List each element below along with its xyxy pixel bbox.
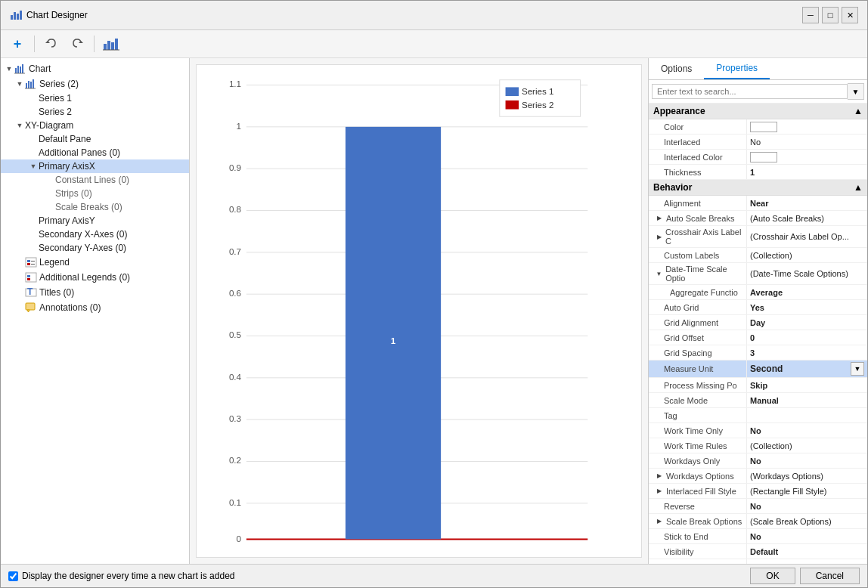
tree-label-titles: Titles (0) — [39, 287, 74, 298]
tree-item-additional-panes[interactable]: Additional Panes (0) — [1, 146, 189, 159]
svg-marker-32 — [27, 310, 29, 312]
tab-options[interactable]: Options — [649, 58, 704, 79]
tree-item-titles[interactable]: T Titles (0) — [1, 285, 189, 300]
prop-value-scale-mode: Manual — [747, 393, 867, 407]
prop-row-interlaced: Interlaced No — [649, 135, 867, 150]
ok-button[interactable]: OK — [750, 568, 795, 584]
tree-item-scale-breaks[interactable]: Scale Breaks (0) — [1, 200, 189, 214]
tree-label-chart: Chart — [29, 63, 51, 74]
tree-item-secondary-x[interactable]: Secondary X-Axes (0) — [1, 227, 189, 241]
status-bar: Display the designer every time a new ch… — [1, 564, 867, 587]
prop-value-color[interactable] — [747, 119, 867, 134]
expand-crosshair[interactable]: ▶ — [655, 232, 663, 241]
title-bar-left: Chart Designer — [10, 9, 88, 21]
tree-item-xy-diagram[interactable]: ▼ XY-Diagram — [1, 119, 189, 132]
prop-value-measure-unit[interactable]: Second ▼ — [747, 361, 867, 377]
prop-row-scale-mode: Scale Mode Manual — [649, 393, 867, 408]
tree-item-primary-axisy[interactable]: Primary AxisY — [1, 214, 189, 227]
additional-legends-icon — [25, 271, 37, 283]
tree-item-chart[interactable]: ▼ Chart — [1, 61, 189, 76]
prop-name-grid-offset: Grid Offset — [649, 330, 747, 345]
expand-datetime-scale[interactable]: ▼ — [655, 269, 663, 278]
prop-name-datetime-scale: ▼Date-Time Scale Optio — [649, 263, 747, 284]
prop-row-interlaced-fill: ▶Interlaced Fill Style (Rectangle Fill S… — [649, 484, 867, 499]
titles-tree-icon: T — [25, 286, 37, 299]
prop-row-auto-grid: Auto Grid Yes — [649, 300, 867, 315]
chart-view-button[interactable] — [101, 33, 122, 54]
tree-item-primary-axisx[interactable]: ▼ Primary AxisX — [1, 159, 189, 173]
tree-item-annotations[interactable]: Annotations (0) — [1, 300, 189, 315]
prop-name-process-missing: Process Missing Po — [649, 378, 747, 392]
toolbar-separator-1 — [34, 36, 35, 52]
svg-rect-6 — [104, 44, 107, 50]
expand-auto-scale-breaks[interactable]: ▶ — [655, 214, 664, 223]
prop-value-auto-scale-breaks: (Auto Scale Breaks) — [747, 211, 867, 225]
properties-search-input[interactable] — [652, 84, 848, 99]
color-swatch-color[interactable] — [750, 122, 777, 132]
minimize-button[interactable]: ─ — [802, 7, 819, 23]
prop-row-work-time-only: Work Time Only No — [649, 423, 867, 438]
cancel-button[interactable]: Cancel — [800, 568, 860, 584]
section-header-appearance: Appearance ▲ — [649, 104, 867, 119]
tree-item-strips[interactable]: Strips (0) — [1, 187, 189, 200]
color-swatch-interlaced[interactable] — [750, 152, 777, 162]
prop-name-alignment: Alignment — [649, 196, 747, 210]
tree-label-strips: Strips (0) — [55, 188, 92, 199]
tree-item-default-pane[interactable]: Default Pane — [1, 132, 189, 146]
properties-panel: Options Properties ▼ Appearance ▲ Color — [648, 58, 867, 564]
tree-item-legend[interactable]: Legend — [1, 255, 189, 270]
main-content: ▼ Chart ▼ — [1, 58, 867, 564]
tree-item-constant-lines[interactable]: Constant Lines (0) — [1, 173, 189, 187]
prop-name-thickness: Thickness — [649, 165, 747, 179]
svg-rect-7 — [107, 41, 110, 50]
prop-value-interlaced-color[interactable] — [747, 150, 867, 164]
tree-item-additional-legends[interactable]: Additional Legends (0) — [1, 270, 189, 285]
maximize-button[interactable]: □ — [822, 7, 839, 23]
svg-text:1: 1 — [391, 336, 396, 345]
tree-item-series1[interactable]: Series 1 — [1, 91, 189, 105]
expand-workdays-options[interactable]: ▶ — [655, 472, 664, 481]
tree-toggle-series[interactable]: ▼ — [14, 79, 25, 89]
section-collapse-appearance[interactable]: ▲ — [854, 106, 863, 116]
prop-value-alignment: Near — [747, 196, 867, 210]
svg-text:0.9: 0.9 — [229, 162, 241, 172]
tree-label-annotations: Annotations (0) — [39, 302, 101, 313]
svg-text:1.1: 1.1 — [229, 79, 241, 88]
chart-panel: 1.1 1 0.9 0.8 0.7 0.6 0.5 0.4 0.3 0.2 0.… — [190, 58, 648, 564]
designer-checkbox[interactable] — [8, 571, 18, 581]
chart-container: 1.1 1 0.9 0.8 0.7 0.6 0.5 0.4 0.3 0.2 0.… — [196, 64, 642, 558]
toolbar-separator-2 — [94, 36, 95, 52]
tree-label-series-group: Series (2) — [39, 79, 79, 89]
tree-toggle-chart[interactable]: ▼ — [4, 63, 14, 74]
tree-item-series2[interactable]: Series 2 — [1, 105, 189, 119]
tree-item-secondary-y[interactable]: Secondary Y-Axes (0) — [1, 241, 189, 255]
prop-name-workdays-options: ▶Workdays Options — [649, 469, 747, 483]
tree-toggle-xy[interactable]: ▼ — [14, 120, 25, 131]
redo-button[interactable] — [67, 33, 88, 54]
properties-search-dropdown[interactable]: ▼ — [848, 83, 864, 100]
add-button[interactable]: + — [7, 33, 28, 54]
prop-row-tag: Tag — [649, 408, 867, 423]
prop-row-work-time-rules: Work Time Rules (Collection) — [649, 438, 867, 453]
expand-scale-break-options[interactable]: ▶ — [655, 517, 664, 526]
status-buttons: OK Cancel — [750, 568, 860, 584]
prop-name-auto-scale-breaks: ▶Auto Scale Breaks — [649, 211, 747, 225]
section-collapse-behavior[interactable]: ▲ — [854, 182, 863, 193]
tree-spacer-s2 — [28, 107, 39, 117]
title-controls: ─ □ ✕ — [802, 7, 858, 23]
svg-rect-22 — [27, 260, 30, 262]
tree-toggle-axisx[interactable]: ▼ — [28, 161, 39, 172]
expand-interlaced-fill[interactable]: ▶ — [655, 487, 664, 496]
undo-icon — [45, 37, 58, 51]
svg-text:0.6: 0.6 — [229, 288, 241, 298]
prop-row-stick-to-end: Stick to End No — [649, 529, 867, 544]
prop-row-auto-scale-breaks: ▶Auto Scale Breaks (Auto Scale Breaks) — [649, 211, 867, 226]
measure-unit-dropdown-btn[interactable]: ▼ — [851, 362, 864, 376]
undo-button[interactable] — [41, 33, 62, 54]
prop-name-interlaced-fill: ▶Interlaced Fill Style — [649, 484, 747, 498]
svg-rect-8 — [111, 42, 114, 50]
tree-item-series-group[interactable]: ▼ Series (2) — [1, 76, 189, 91]
prop-row-measure-unit[interactable]: Measure Unit Second ▼ — [649, 361, 867, 378]
tab-properties[interactable]: Properties — [704, 58, 770, 79]
close-button[interactable]: ✕ — [842, 7, 858, 23]
